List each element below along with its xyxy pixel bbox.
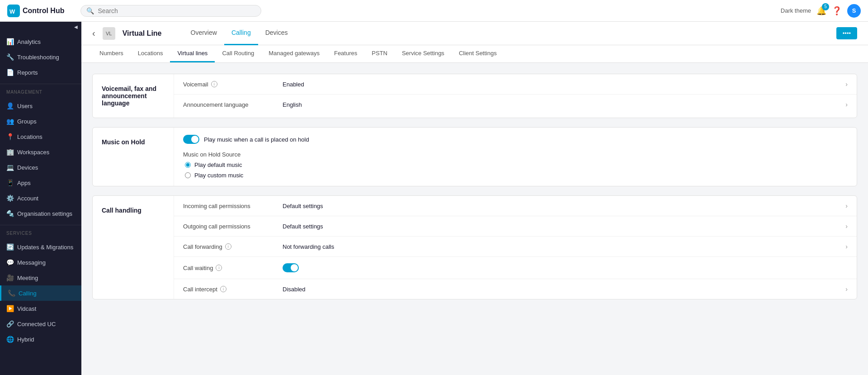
sec-tab-service-settings[interactable]: Service Settings [395, 45, 452, 62]
analytics-icon: 📊 [6, 38, 14, 45]
radio-custom-music[interactable]: Play custom music [185, 172, 848, 179]
call-waiting-row: Call waiting i [174, 257, 857, 279]
logo-text: Control Hub [23, 7, 64, 15]
radio-default-music[interactable]: Play default music [185, 161, 848, 168]
sidebar-item-updates[interactable]: 🔄 Updates & Migrations [0, 239, 81, 255]
call-forwarding-value: Not forwarding calls [283, 243, 845, 250]
voicemail-arrow-icon[interactable]: › [845, 81, 848, 88]
sidebar-item-label: Account [17, 195, 38, 202]
sec-tab-numbers[interactable]: Numbers [92, 45, 131, 62]
outgoing-call-permissions-arrow-icon[interactable]: › [845, 223, 848, 230]
call-forwarding-arrow-icon[interactable]: › [845, 243, 848, 250]
content-area: Voicemail, fax and announcement language… [81, 63, 868, 375]
sidebar-item-meeting[interactable]: 🎥 Meeting [0, 270, 81, 285]
outgoing-call-permissions-row: Outgoing call permissions Default settin… [174, 216, 857, 237]
sec-tab-managed-gateways[interactable]: Managed gateways [261, 45, 327, 62]
incoming-call-permissions-row: Incoming call permissions Default settin… [174, 196, 857, 216]
sec-tab-call-routing[interactable]: Call Routing [215, 45, 261, 62]
call-waiting-toggle[interactable] [283, 263, 299, 272]
call-intercept-info-icon[interactable]: i [220, 286, 226, 292]
sec-tab-client-settings[interactable]: Client Settings [452, 45, 504, 62]
sidebar-item-label: Hybrid [17, 336, 34, 343]
tab-devices[interactable]: Devices [258, 22, 295, 45]
notifications[interactable]: 🔔 5 [816, 6, 826, 16]
vidcast-icon: ▶️ [6, 305, 14, 312]
sidebar-collapse-button[interactable]: ◀ [74, 24, 78, 29]
logo: W Control Hub [7, 5, 64, 17]
voicemail-row: Voicemail i Enabled › [174, 74, 857, 95]
music-on-hold-content: Play music when a call is placed on hold… [174, 128, 857, 186]
workspaces-icon: 🏢 [6, 148, 14, 156]
theme-button[interactable]: Dark theme [781, 7, 811, 14]
call-forwarding-info-icon[interactable]: i [225, 243, 231, 250]
call-waiting-info-icon[interactable]: i [216, 265, 222, 271]
back-button[interactable]: ‹ [92, 28, 95, 38]
sidebar-item-label: Apps [17, 180, 31, 186]
sidebar-item-label: Organisation settings [17, 210, 72, 217]
voicemail-value: Enabled [283, 81, 845, 88]
incoming-call-permissions-value: Default settings [283, 203, 845, 209]
announcement-language-value: English [283, 101, 845, 108]
radio-default-music-input[interactable] [185, 162, 191, 168]
hybrid-icon: 🌐 [6, 336, 14, 343]
outgoing-call-permissions-label: Outgoing call permissions [183, 223, 283, 230]
devices-icon: 💻 [6, 164, 14, 171]
music-on-hold-title: Music on Hold [102, 138, 145, 146]
call-intercept-row: Call intercept i Disabled › [174, 279, 857, 299]
sidebar-item-label: Devices [17, 164, 38, 171]
sidebar-item-label: Messaging [17, 259, 46, 266]
incoming-call-permissions-arrow-icon[interactable]: › [845, 202, 848, 209]
sidebar-item-groups[interactable]: 👥 Groups [0, 114, 81, 129]
connected-uc-icon: 🔗 [6, 320, 14, 328]
sidebar-item-reports[interactable]: 📄 Reports [0, 65, 81, 80]
search-icon: 🔍 [86, 7, 94, 14]
music-source-radio-group: Play default music Play custom music [183, 161, 848, 179]
sidebar-item-vidcast[interactable]: ▶️ Vidcast [0, 301, 81, 316]
search-input[interactable] [98, 7, 255, 14]
music-toggle-row: Play music when a call is placed on hold [183, 135, 848, 144]
sidebar-item-label: Meeting [17, 275, 38, 281]
updates-icon: 🔄 [6, 243, 14, 251]
search-bar: 🔍 [80, 5, 261, 17]
call-intercept-label: Call intercept i [183, 286, 283, 293]
sidebar-item-connected-uc[interactable]: 🔗 Connected UC [0, 316, 81, 332]
sidebar-item-locations[interactable]: 📍 Locations [0, 129, 81, 144]
sec-tab-virtual-lines[interactable]: Virtual lines [170, 45, 215, 62]
radio-custom-music-input[interactable] [185, 172, 191, 178]
sidebar-item-analytics[interactable]: 📊 Analytics [0, 34, 81, 49]
call-intercept-arrow-icon[interactable]: › [845, 285, 848, 293]
tab-calling[interactable]: Calling [224, 22, 258, 45]
main-content: ‹ VL Virtual Line Overview Calling Devic… [81, 22, 868, 375]
help-icon[interactable]: ❓ [832, 6, 842, 16]
music-on-hold-toggle[interactable] [183, 135, 199, 144]
tab-overview[interactable]: Overview [184, 22, 224, 45]
voicemail-rows: Voicemail i Enabled › Announcement langu… [174, 74, 857, 118]
sidebar-item-account[interactable]: ⚙️ Account [0, 190, 81, 206]
sidebar-item-label: Troubleshooting [17, 54, 59, 61]
breadcrumb-icon: VL [103, 27, 115, 40]
sidebar-item-label: Workspaces [17, 149, 49, 156]
announcement-language-arrow-icon[interactable]: › [845, 101, 848, 108]
sidebar-item-organisation[interactable]: 🔩 Organisation settings [0, 206, 81, 221]
incoming-call-permissions-label: Incoming call permissions [183, 203, 283, 209]
sidebar-item-apps[interactable]: 📱 Apps [0, 175, 81, 190]
sidebar-item-calling[interactable]: 📞 Calling [0, 285, 81, 301]
sidebar-item-label: Calling [19, 290, 37, 297]
locations-icon: 📍 [6, 133, 14, 140]
svg-text:W: W [9, 8, 15, 15]
avatar[interactable]: S [847, 4, 861, 18]
sidebar-item-hybrid[interactable]: 🌐 Hybrid [0, 332, 81, 347]
sidebar-item-label: Updates & Migrations [17, 244, 73, 251]
sec-tab-pstn[interactable]: PSTN [364, 45, 395, 62]
sidebar-item-users[interactable]: 👤 Users [0, 98, 81, 114]
action-button[interactable]: •••• [836, 27, 857, 39]
call-intercept-value: Disabled [283, 286, 845, 293]
sidebar-item-messaging[interactable]: 💬 Messaging [0, 255, 81, 270]
sec-tab-features[interactable]: Features [327, 45, 364, 62]
voicemail-info-icon[interactable]: i [211, 81, 217, 87]
sidebar-item-troubleshooting[interactable]: 🔧 Troubleshooting [0, 49, 81, 65]
call-forwarding-row: Call forwarding i Not forwarding calls › [174, 237, 857, 257]
sidebar-item-devices[interactable]: 💻 Devices [0, 160, 81, 175]
sec-tab-locations[interactable]: Locations [131, 45, 170, 62]
sidebar-item-workspaces[interactable]: 🏢 Workspaces [0, 144, 81, 160]
